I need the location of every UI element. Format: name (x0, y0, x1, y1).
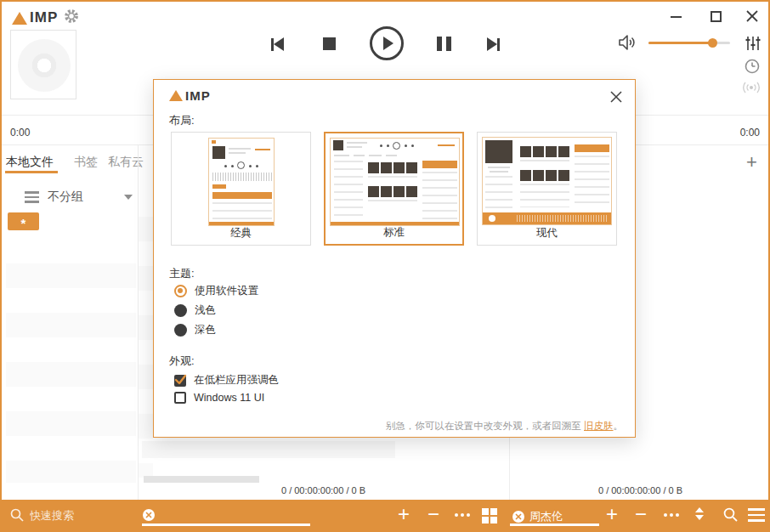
theme-radio-software[interactable]: 使用软件设置 (174, 284, 258, 298)
dialog-logo: IMP (169, 88, 211, 103)
logo-triangle-icon (12, 12, 27, 25)
dialog-close-icon[interactable] (609, 89, 624, 105)
file-browser-list (6, 263, 136, 483)
checkbox-unchecked-icon (174, 392, 186, 404)
volume-slider-handle[interactable] (708, 38, 717, 48)
scheduler-clock-icon[interactable] (744, 58, 761, 75)
dialog-hint: 别急，你可以在设置中改变外观，或者回溯至 旧皮肤。 (386, 420, 623, 433)
bottom-toolbar: + − 周杰伦 + − (2, 500, 768, 530)
layout-label-classic: 经典 (172, 226, 310, 241)
previous-button[interactable] (271, 37, 284, 51)
logo-text: IMP (185, 88, 211, 103)
equalizer-icon[interactable] (745, 35, 762, 52)
theme-radio-dark[interactable]: 深色 (174, 323, 216, 337)
volume-icon[interactable] (616, 32, 637, 53)
time-remaining: 0:00 (740, 127, 760, 139)
next-button[interactable] (487, 37, 500, 51)
cd-disc-icon (18, 39, 71, 92)
playlist-tab-right[interactable]: 周杰伦 (512, 509, 563, 524)
quick-search-input[interactable] (28, 506, 130, 524)
search-playlist-icon[interactable] (722, 507, 739, 523)
checkbox-accent-bottom-bar[interactable]: 在低栏应用强调色 (174, 373, 279, 388)
play-button[interactable] (370, 26, 404, 60)
sort-icon[interactable] (695, 507, 704, 520)
remove-track-button-left[interactable]: − (427, 506, 439, 523)
app-logo: IMP (12, 9, 58, 26)
playlist-tab-left[interactable] (143, 509, 155, 521)
sidebar-tab-local-files[interactable]: 本地文件 (6, 155, 54, 170)
quick-search-icon (9, 507, 25, 523)
radio-icon (174, 324, 187, 337)
group-selector[interactable]: 不分组 (25, 190, 83, 205)
layout-label-standard: 标准 (326, 225, 462, 240)
logo-text: IMP (30, 9, 58, 26)
sidebar-tab-bookmarks[interactable]: 书签 (74, 155, 98, 170)
add-playlist-button[interactable]: + (746, 151, 757, 173)
play-icon (383, 37, 393, 50)
remove-track-button-right[interactable]: − (635, 506, 647, 523)
add-track-button-right[interactable]: + (606, 506, 618, 523)
logo-triangle-icon (169, 90, 183, 101)
layout-option-classic[interactable]: 经典 (171, 132, 311, 246)
layout-option-standard[interactable]: 标准 (324, 132, 464, 246)
radio-broadcast-icon[interactable] (740, 80, 762, 95)
playlist-rows-left (139, 192, 153, 478)
settings-gear-icon[interactable] (64, 8, 79, 24)
theme-radio-light[interactable]: 浅色 (174, 303, 216, 318)
add-track-button-left[interactable]: + (398, 506, 410, 523)
layout-section-label: 布局: (169, 113, 195, 128)
radio-icon (174, 304, 187, 317)
horizontal-scrollbar[interactable] (144, 476, 259, 483)
group-list-icon (25, 191, 39, 203)
checkbox-windows11-ui[interactable]: Windows 11 UI (174, 392, 264, 404)
view-mode-grid-icon[interactable] (482, 508, 497, 524)
layout-preview-classic (208, 138, 275, 226)
playlist-tab-right-underline (510, 524, 599, 526)
album-grid (368, 162, 417, 173)
radio-selected-icon (174, 285, 187, 297)
album-art (10, 30, 76, 99)
active-tab-underline (5, 171, 58, 173)
close-button[interactable] (745, 8, 760, 24)
layout-option-modern[interactable]: 现代 (477, 132, 617, 246)
layout-preview-standard (330, 138, 460, 226)
more-options-left[interactable] (455, 513, 470, 517)
playlist-tab-left-underline (142, 524, 310, 526)
theme-section-label: 主题: (169, 266, 195, 281)
time-elapsed: 0:00 (10, 127, 30, 139)
minimize-button[interactable] (669, 10, 682, 24)
layout-preview-modern (482, 137, 612, 225)
playlist-tab-label: 周杰伦 (529, 509, 563, 524)
album-grid (520, 170, 569, 181)
volume-slider-fill (648, 42, 713, 44)
close-playlist-icon[interactable] (512, 511, 524, 523)
more-options-right[interactable] (664, 513, 679, 517)
appearance-section-label: 外观: (169, 354, 195, 369)
maximize-button[interactable] (711, 11, 722, 22)
layout-label-modern: 现代 (478, 226, 616, 241)
wildcard-filter-button[interactable]: * (8, 212, 39, 230)
close-playlist-icon[interactable] (143, 509, 155, 521)
playlist-group-band (142, 441, 395, 458)
old-skin-link[interactable]: 旧皮肤 (584, 421, 614, 431)
album-grid (368, 186, 417, 197)
appearance-dialog: IMP 布局: (153, 79, 636, 438)
playlist-status-left: 0 / 00:00:00:00 / 0 B (138, 485, 509, 495)
chevron-down-icon[interactable] (124, 195, 133, 200)
menu-icon[interactable] (748, 508, 765, 522)
aimp-window: IMP (0, 0, 770, 532)
checkbox-checked-icon (174, 375, 186, 387)
pause-button[interactable] (437, 37, 451, 51)
group-selector-label: 不分组 (48, 190, 83, 205)
album-grid (520, 146, 569, 157)
playlist-status-right: 0 / 00:00:00:00 / 0 B (509, 485, 770, 495)
stop-button[interactable] (323, 37, 336, 50)
